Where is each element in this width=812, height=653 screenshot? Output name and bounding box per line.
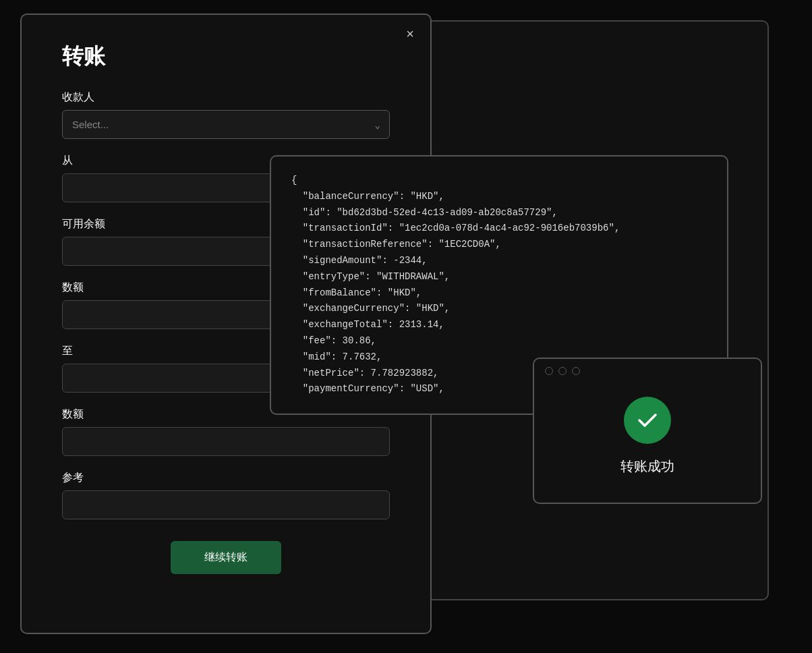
recipient-label: 收款人 [62,90,390,105]
success-check-circle [624,397,671,444]
success-body: 转账成功 [534,383,761,482]
success-label: 转账成功 [620,457,674,476]
reference-label: 参考 [62,471,390,485]
success-dialog: 转账成功 [533,358,762,504]
window-dot-3 [572,367,580,375]
amount-to-input[interactable] [62,427,390,456]
success-titlebar [534,359,761,383]
submit-button[interactable]: 继续转账 [171,541,281,574]
checkmark-icon [635,408,660,432]
dialog-title: 转账 [62,42,390,72]
window-dot-2 [558,367,567,375]
recipient-select-wrapper[interactable]: Select... ⌄ [62,110,390,139]
window-dot-1 [545,367,553,375]
close-button[interactable]: × [406,27,414,40]
recipient-select[interactable]: Select... [62,110,390,139]
reference-input[interactable] [62,490,390,519]
